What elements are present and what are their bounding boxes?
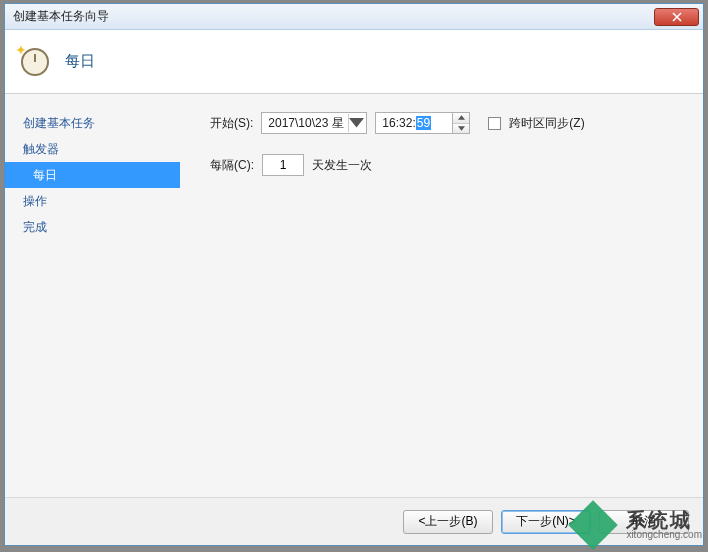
back-button[interactable]: <上一步(B) [403, 510, 493, 534]
chevron-down-icon [349, 118, 364, 127]
time-hours: 16 [382, 116, 395, 130]
interval-row: 每隔(C): 天发生一次 [210, 154, 693, 176]
timezone-sync-checkbox[interactable] [488, 117, 501, 130]
timezone-sync-label: 跨时区同步(Z) [509, 115, 584, 132]
chevron-up-icon [458, 115, 465, 120]
sidebar-item-action[interactable]: 操作 [5, 188, 180, 214]
wizard-footer: <上一步(B) 下一步(N)> 取消 [5, 497, 703, 545]
start-label: 开始(S): [210, 115, 253, 132]
sidebar-item-finish[interactable]: 完成 [5, 214, 180, 240]
interval-label: 每隔(C): [210, 157, 254, 174]
interval-input[interactable] [262, 154, 304, 176]
close-button[interactable] [654, 8, 699, 26]
wizard-body: 创建基本任务 触发器 每日 操作 完成 开始(S): 2017\10\23 星 … [5, 94, 703, 497]
spinner-up[interactable] [453, 113, 469, 124]
window-title: 创建基本任务向导 [13, 8, 654, 25]
time-minutes: 32 [399, 116, 412, 130]
time-spinner [452, 112, 470, 134]
interval-suffix: 天发生一次 [312, 157, 372, 174]
page-title: 每日 [65, 52, 95, 71]
time-picker[interactable]: 16:32:59 [375, 112, 453, 134]
close-icon [672, 12, 682, 22]
time-seconds: 59 [416, 116, 431, 130]
date-picker[interactable]: 2017\10\23 星 [261, 112, 367, 134]
date-dropdown-button[interactable] [348, 114, 364, 132]
sidebar-item-daily[interactable]: 每日 [5, 162, 180, 188]
chevron-down-icon [458, 126, 465, 131]
date-value: 2017\10\23 星 [268, 115, 343, 132]
start-row: 开始(S): 2017\10\23 星 16:32:59 [210, 112, 693, 134]
sidebar-item-create-task[interactable]: 创建基本任务 [5, 110, 180, 136]
sidebar-item-trigger[interactable]: 触发器 [5, 136, 180, 162]
sidebar: 创建基本任务 触发器 每日 操作 完成 [5, 94, 180, 497]
clock-icon: ✦ [19, 46, 51, 78]
titlebar: 创建基本任务向导 [5, 4, 703, 30]
cancel-button[interactable]: 取消 [599, 510, 689, 534]
wizard-header: ✦ 每日 [5, 30, 703, 94]
next-button[interactable]: 下一步(N)> [501, 510, 591, 534]
content-pane: 开始(S): 2017\10\23 星 16:32:59 [180, 94, 703, 497]
wizard-window: 创建基本任务向导 ✦ 每日 创建基本任务 触发器 每日 操作 完成 开始(S):… [4, 3, 704, 546]
spinner-down[interactable] [453, 124, 469, 134]
